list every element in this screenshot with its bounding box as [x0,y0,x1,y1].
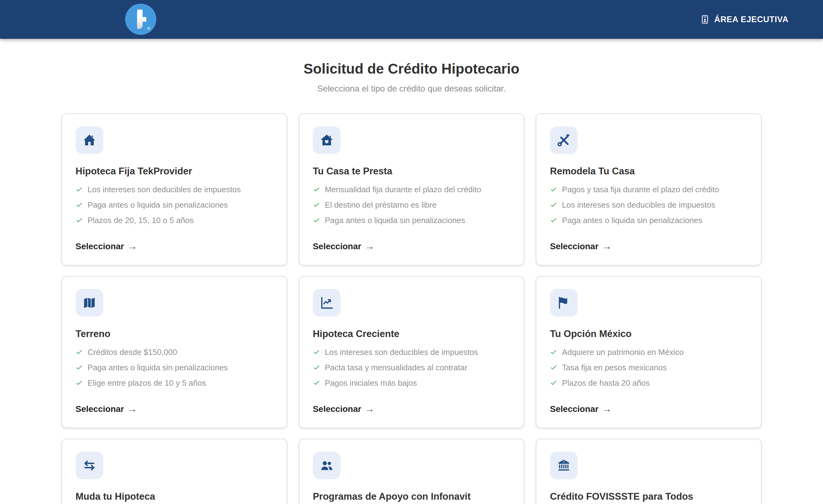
feature-list: Los intereses son deducibles de impuesto… [313,347,510,393]
credit-card[interactable]: Programas de Apoyo con Infonavit Vincula… [299,439,525,504]
credit-card[interactable]: Tu Opción México Adquiere un patrimonio … [536,276,762,428]
card-title: Terreno [75,328,273,339]
id-badge-icon [700,14,710,24]
feature-text: Plazos de hasta 20 años [562,378,650,388]
feature-item: Paga antes o liquida sin penalizaciones [313,215,510,226]
card-icon-tile [550,452,578,479]
check-icon [313,379,320,387]
arrow-right-icon: → [602,405,612,414]
svg-text:®: ® [147,26,150,31]
card-title: Crédito FOVISSSTE para Todos [550,491,748,502]
feature-item: Créditos desde $150,000 [75,347,273,357]
card-icon-tile [550,289,578,317]
card-title: Hipoteca Creciente [313,328,510,339]
arrow-right-icon: → [128,242,137,251]
feature-text: Los intereses son deducibles de impuesto… [325,347,478,357]
main-content: Solicitud de Crédito Hipotecario Selecci… [0,60,823,504]
feature-text: Tasa fija en pesos mexicanos [562,362,667,373]
card-icon-tile [75,126,103,154]
credit-options-grid: Hipoteca Fija TekProvider Los intereses … [61,113,762,504]
home-icon [82,133,97,148]
check-icon [550,364,557,371]
feature-list: Mensualidad fija durante el plazo del cr… [313,184,510,230]
feature-text: Adquiere un patrimonio en México [562,347,684,357]
credit-card[interactable]: Muda tu Hipoteca Obtén hasta un 6% de ga… [61,439,287,504]
feature-text: Los intereses son deducibles de impuesto… [88,184,241,195]
select-link[interactable]: Seleccionar → [75,242,273,251]
feature-item: Paga antes o liquida sin penalizaciones [75,362,273,373]
map-icon [82,295,97,310]
users-icon [319,458,334,473]
feature-item: Mensualidad fija durante el plazo del cr… [313,184,510,195]
tools-icon [556,133,571,148]
credit-card[interactable]: Remodela Tu Casa Pagos y tasa fija duran… [536,113,762,266]
feature-text: Pagos y tasa fija durante el plazo del c… [562,184,719,195]
card-icon-tile [550,126,578,154]
tek-logo[interactable]: ® [125,4,156,35]
check-icon [550,348,557,356]
credit-card[interactable]: Hipoteca Fija TekProvider Los intereses … [61,113,287,266]
feature-item: Pagos y tasa fija durante el plazo del c… [550,184,748,195]
check-icon [75,364,83,371]
card-icon-tile [313,126,341,154]
feature-text: Créditos desde $150,000 [88,347,177,357]
page-title: Solicitud de Crédito Hipotecario [0,60,823,77]
check-icon [75,379,83,387]
feature-text: Paga antes o liquida sin penalizaciones [325,215,465,226]
feature-list: Adquiere un patrimonio en MéxicoTasa fij… [550,347,748,393]
select-link[interactable]: Seleccionar → [550,242,748,251]
feature-item: Plazos de hasta 20 años [550,378,748,388]
check-icon [550,201,557,209]
check-icon [75,348,83,356]
feature-list: Créditos desde $150,000Paga antes o liqu… [75,347,273,393]
card-title: Tu Opción México [550,328,748,339]
check-icon [550,186,557,193]
bank-icon [556,458,571,473]
feature-item: Los intereses son deducibles de impuesto… [75,184,273,195]
feature-item: Pagos iniciales más bajos [313,378,510,388]
select-label: Seleccionar [550,404,598,414]
feature-item: Paga antes o liquida sin penalizaciones [75,200,273,210]
app-header: ® ÁREA EJECUTIVA [0,0,823,39]
check-icon [313,364,320,371]
select-link[interactable]: Seleccionar → [75,404,273,414]
feature-item: El destino del préstamo es libre [313,200,510,210]
feature-item: Plazos de 20, 15, 10 o 5 años [75,215,273,226]
feature-text: Paga antes o liquida sin penalizaciones [88,362,228,373]
select-link[interactable]: Seleccionar → [550,404,748,414]
check-icon [313,348,320,356]
feature-text: Elige entre plazos de 10 y 5 años [88,378,206,388]
arrow-right-icon: → [365,405,374,414]
credit-card[interactable]: Hipoteca Creciente Los intereses son ded… [299,276,525,428]
select-label: Seleccionar [75,242,124,251]
select-link[interactable]: Seleccionar → [313,242,510,251]
page-subtitle: Selecciona el tipo de crédito que deseas… [0,84,823,94]
feature-text: Pagos iniciales más bajos [325,378,417,388]
select-link[interactable]: Seleccionar → [313,404,510,414]
card-icon-tile [75,289,103,317]
check-icon [550,217,557,224]
executive-area-button[interactable]: ÁREA EJECUTIVA [700,0,789,39]
feature-text: Paga antes o liquida sin penalizaciones [562,215,702,226]
feature-text: Pacta tasa y mensualidades al contratar [325,362,467,373]
feature-text: Paga antes o liquida sin penalizaciones [88,200,228,210]
card-title: Remodela Tu Casa [550,166,748,177]
card-icon-tile [313,289,341,317]
check-icon [313,186,320,193]
select-label: Seleccionar [75,404,124,414]
credit-card[interactable]: Crédito FOVISSSTE para Todos Aumenta tu … [536,439,762,504]
credit-card[interactable]: Terreno Créditos desde $150,000Paga ante… [61,276,287,428]
home-heart-icon [319,133,334,148]
check-icon [313,201,320,209]
feature-item: Los intereses son deducibles de impuesto… [550,200,748,210]
card-title: Programas de Apoyo con Infonavit [313,491,510,502]
check-icon [75,186,83,193]
credit-card[interactable]: Tu Casa te Presta Mensualidad fija duran… [299,113,525,266]
feature-item: Los intereses son deducibles de impuesto… [313,347,510,357]
feature-item: Elige entre plazos de 10 y 5 años [75,378,273,388]
card-icon-tile [313,452,341,479]
feature-list: Los intereses son deducibles de impuesto… [75,184,273,230]
feature-item: Tasa fija en pesos mexicanos [550,362,748,373]
feature-item: Paga antes o liquida sin penalizaciones [550,215,748,226]
feature-text: Plazos de 20, 15, 10 o 5 años [88,215,194,226]
